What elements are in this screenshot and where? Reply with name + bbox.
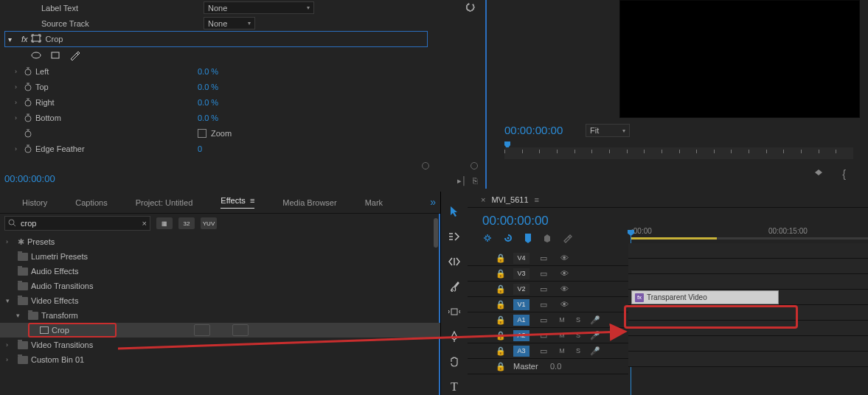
play-icon[interactable]: ▸│ [457,176,467,186]
stopwatch-icon[interactable] [24,83,35,91]
toggle-output-icon[interactable]: ▭ [537,315,550,325]
track-header-a3[interactable]: 🔒 A3 ▭ M S 🎤 [468,343,628,359]
search-text[interactable] [19,218,139,228]
tree-audio-transitions[interactable]: Audio Transitions [0,279,440,293]
chevron-right-icon[interactable]: › [15,114,24,122]
param-value-top[interactable]: 0.0 % [198,83,308,91]
toggle-output-icon[interactable]: ▭ [537,346,550,356]
effect-controls-timecode[interactable]: 00:00:00:00 [4,173,55,184]
chevron-down-icon[interactable]: ▾ [6,297,15,304]
scrollbar[interactable] [434,218,438,248]
track-select-tool-icon[interactable] [446,228,462,245]
chevron-right-icon[interactable]: › [15,145,24,153]
stopwatch-icon[interactable] [24,98,35,107]
ellipse-mask-icon[interactable] [29,49,43,61]
ripple-edit-tool-icon[interactable] [446,254,462,270]
yuv-badge-icon[interactable]: YUV [201,217,217,229]
zoom-checkbox[interactable]: Zoom [198,129,232,138]
tab-project[interactable]: Project: Untitled [136,198,193,207]
lock-icon[interactable]: 🔒 [496,362,506,371]
program-viewer[interactable] [619,0,860,118]
tree-presets[interactable]: › ✱ Presets [0,234,440,249]
type-tool-icon[interactable]: T [446,379,462,395]
tree-lumetri[interactable]: Lumetri Presets [0,249,440,264]
voice-over-icon[interactable]: 🎤 [590,346,600,356]
program-time-ruler[interactable] [504,147,853,159]
settings-icon[interactable] [562,233,572,245]
mute-button[interactable]: M [558,316,566,324]
effect-header-crop[interactable]: ▾ fx Crop [4,31,428,47]
param-value-edge-feather[interactable]: 0 [198,144,308,153]
toggle-output-icon[interactable]: ▭ [537,284,550,294]
tree-crop-effect[interactable]: Crop [0,323,440,338]
voice-over-icon[interactable]: 🎤 [590,315,600,325]
add-marker-icon[interactable] [524,233,532,245]
eye-icon[interactable]: 👁 [558,269,571,278]
stopwatch-icon[interactable] [24,144,35,153]
param-value-bottom[interactable]: 0.0 % [198,113,308,122]
pen-tool-icon[interactable] [446,329,462,345]
clip-transparent-video[interactable]: fx Transparent Video [631,290,779,304]
chevron-right-icon[interactable]: › [15,99,24,106]
chevron-right-icon[interactable]: › [15,83,24,91]
chevron-down-icon[interactable]: ▾ [8,35,18,43]
pen-mask-icon[interactable] [68,49,81,61]
tab-history[interactable]: History [22,198,47,207]
lock-icon[interactable]: 🔒 [496,284,506,294]
time-ruler[interactable]: :00:00 00:00:15:00 [628,227,868,242]
effects-search-input[interactable]: × [4,216,150,231]
tree-custom-bin[interactable]: › Custom Bin 01 [0,352,440,367]
lock-icon[interactable]: 🔒 [496,346,506,356]
chevron-right-icon[interactable]: › [15,68,24,75]
accelerated-badge-icon[interactable]: ▦ [156,217,173,229]
tab-effects[interactable]: Effects ≡ [221,196,254,209]
eye-icon[interactable]: 👁 [558,300,571,309]
loop-icon[interactable]: ⎘ [473,176,478,186]
safe-margins-icon[interactable] [813,168,824,178]
reset-icon[interactable] [466,2,476,13]
chevron-right-icon[interactable]: › [6,341,15,349]
track-header-a2[interactable]: 🔒 A2 ▭ M S 🎤 [468,328,628,343]
scroll-handle-icon[interactable] [422,162,429,169]
lock-icon[interactable]: 🔒 [496,315,506,325]
param-value-left[interactable]: 0.0 % [198,67,308,76]
stopwatch-icon[interactable] [24,113,35,122]
track-header-v3[interactable]: 🔒 V3 ▭ 👁 [468,266,628,282]
track-header-v2[interactable]: 🔒 V2 ▭ 👁 [468,282,628,297]
eye-icon[interactable]: 👁 [558,254,571,262]
tree-transform[interactable]: ▾ Transform [0,308,440,323]
track-header-a1[interactable]: 🔒 A1 ▭ M S 🎤 [468,312,628,328]
tree-video-effects[interactable]: ▾ Video Effects [0,293,440,308]
toggle-output-icon[interactable]: ▭ [537,254,550,263]
zoom-fit-dropdown[interactable]: Fit▾ [586,124,630,137]
tree-audio-effects[interactable]: Audio Effects [0,264,440,279]
tree-video-transitions[interactable]: › Video Transitions [0,338,440,352]
snap-icon[interactable] [482,233,493,245]
rectangle-mask-icon[interactable] [49,49,62,61]
slip-tool-icon[interactable] [446,304,462,320]
stopwatch-icon[interactable] [24,129,35,138]
solo-button[interactable]: S [574,316,583,324]
scroll-handle-icon[interactable] [471,162,478,169]
label-text-dropdown[interactable]: None ▾ [204,1,314,14]
marker-icon[interactable] [543,233,552,245]
track-label[interactable]: V4 [513,253,530,264]
lock-icon[interactable]: 🔒 [496,269,506,279]
razor-tool-icon[interactable] [446,279,462,295]
clear-search-icon[interactable]: × [142,219,147,228]
tab-media-browser[interactable]: Media Browser [282,198,336,207]
expand-panel-icon[interactable]: » [430,196,436,208]
timeline-timecode[interactable]: 00:00:00:00 [482,214,549,228]
lock-icon[interactable]: 🔒 [496,300,506,310]
mark-in-icon[interactable]: { [842,168,846,180]
eye-icon[interactable]: 👁 [558,284,571,293]
toggle-output-icon[interactable]: ▭ [537,300,550,310]
lock-icon[interactable]: 🔒 [496,331,506,340]
stopwatch-icon[interactable] [24,67,35,76]
linked-selection-icon[interactable] [503,233,513,245]
toggle-output-icon[interactable]: ▭ [537,269,550,279]
chevron-right-icon[interactable]: › [6,356,15,363]
chevron-right-icon[interactable]: › [6,238,15,245]
panel-menu-icon[interactable]: ≡ [535,195,539,204]
sequence-tab[interactable]: MVI_5611 [491,195,528,204]
